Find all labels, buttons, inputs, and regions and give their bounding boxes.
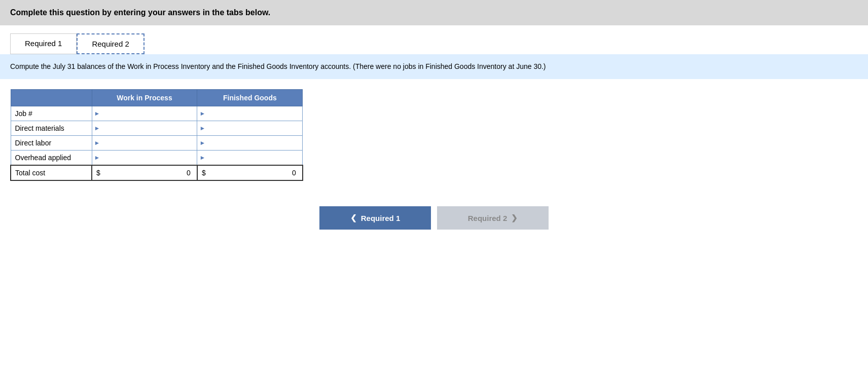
work-in-process-label: Work in Process <box>117 94 172 102</box>
header-instruction-text: Complete this question by entering your … <box>10 8 270 17</box>
cost-table: Work in Process Finished Goods Job # ► <box>10 89 303 181</box>
total-fg-dollar: $ <box>202 169 206 177</box>
total-label: Total cost <box>11 165 92 180</box>
total-wip-value: 0 <box>187 169 191 177</box>
wip-arrow-icon: ► <box>92 110 100 117</box>
table-row-overhead: Overhead applied ► ► <box>11 151 303 166</box>
total-wip-dollar: $ <box>96 169 100 177</box>
direct-materials-fg-cell[interactable]: ► <box>197 121 303 136</box>
tab-required2[interactable]: Required 2 <box>77 33 144 54</box>
col-finished-goods-header: Finished Goods <box>197 90 303 106</box>
btn-required2-label: Required 2 <box>468 214 508 222</box>
col-label-header <box>11 90 92 106</box>
overhead-fg-input[interactable] <box>205 151 302 165</box>
btn-required1-label: Required 1 <box>361 214 401 222</box>
tab-required2-label: Required 2 <box>92 40 129 48</box>
overhead-label: Overhead applied <box>11 151 92 166</box>
dm-fg-arrow-icon: ► <box>197 125 205 132</box>
direct-materials-wip-cell[interactable]: ► <box>92 121 197 136</box>
job-fg-cell[interactable]: ► <box>197 106 303 121</box>
col-work-in-process-header: Work in Process <box>92 90 197 106</box>
total-fg-cell: $ 0 <box>197 165 303 180</box>
instruction-bar: Compute the July 31 balances of the Work… <box>0 54 868 79</box>
oh-fg-arrow-icon: ► <box>197 154 205 161</box>
job-fg-input[interactable] <box>205 106 302 121</box>
dl-wip-arrow-icon: ► <box>92 139 100 146</box>
direct-labor-wip-input[interactable] <box>100 136 197 150</box>
job-wip-input[interactable] <box>100 106 197 121</box>
direct-labor-label: Direct labor <box>11 136 92 151</box>
job-wip-cell[interactable]: ► <box>92 106 197 121</box>
total-wip-cell: $ 0 <box>92 165 197 180</box>
table-row-direct-materials: Direct materials ► ► <box>11 121 303 136</box>
tabs-container: Required 1 Required 2 <box>10 33 858 54</box>
table-section: Work in Process Finished Goods Job # ► <box>0 79 868 191</box>
direct-labor-fg-cell[interactable]: ► <box>197 136 303 151</box>
oh-wip-arrow-icon: ► <box>92 154 100 161</box>
finished-goods-label: Finished Goods <box>223 94 277 102</box>
tab-section: Required 1 Required 2 <box>0 25 868 54</box>
btn-required1[interactable]: ❮ Required 1 <box>319 206 431 230</box>
dl-fg-arrow-icon: ► <box>197 139 205 146</box>
instruction-text: Compute the July 31 balances of the Work… <box>10 62 546 70</box>
direct-labor-fg-input[interactable] <box>205 136 302 150</box>
overhead-fg-cell[interactable]: ► <box>197 151 303 166</box>
table-row-direct-labor: Direct labor ► ► <box>11 136 303 151</box>
table-row-total: Total cost $ 0 $ 0 <box>11 165 303 180</box>
overhead-wip-input[interactable] <box>100 151 197 165</box>
header-instruction: Complete this question by entering your … <box>0 0 868 25</box>
btn-required2-arrow-right: ❯ <box>511 213 518 222</box>
table-row-job: Job # ► ► <box>11 106 303 121</box>
tab-required1[interactable]: Required 1 <box>10 33 77 54</box>
direct-labor-wip-cell[interactable]: ► <box>92 136 197 151</box>
total-fg-value: 0 <box>292 169 296 177</box>
tab-required1-label: Required 1 <box>25 39 62 48</box>
btn-required2[interactable]: Required 2 ❯ <box>437 206 549 230</box>
job-row-label: Job # <box>11 106 92 121</box>
fg-arrow-icon: ► <box>197 110 205 117</box>
dm-wip-arrow-icon: ► <box>92 125 100 132</box>
direct-materials-fg-input[interactable] <box>205 121 302 135</box>
direct-materials-label: Direct materials <box>11 121 92 136</box>
bottom-nav: ❮ Required 1 Required 2 ❯ <box>0 191 868 245</box>
btn-required1-arrow-left: ❮ <box>350 213 357 222</box>
direct-materials-wip-input[interactable] <box>100 121 197 135</box>
overhead-wip-cell[interactable]: ► <box>92 151 197 166</box>
